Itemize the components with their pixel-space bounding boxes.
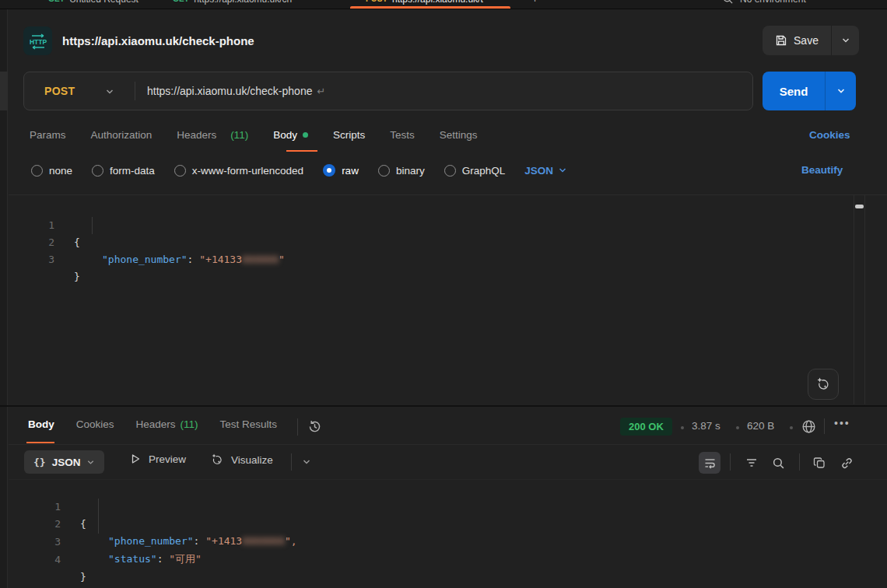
- editor-scrollbar-track: [864, 195, 865, 404]
- body-type-row: none form-data x-www-form-urlencoded raw…: [31, 164, 567, 177]
- postbot-button[interactable]: [808, 369, 839, 400]
- return-glyph: ↵: [317, 86, 325, 97]
- chevron-down-icon: [558, 166, 567, 175]
- radio-icon: [31, 165, 43, 177]
- body-type-urlencoded[interactable]: x-www-form-urlencoded: [174, 165, 303, 177]
- request-tab-1[interactable]: GET Untitled Request: [48, 0, 138, 9]
- radio-icon: [92, 165, 103, 177]
- raw-format-select[interactable]: JSON: [524, 165, 567, 177]
- copy-link-button[interactable]: [836, 452, 857, 474]
- editor-scrollbar-track: [854, 195, 854, 404]
- body-type-graphql[interactable]: GraphQL: [444, 165, 506, 177]
- response-tab-cookies[interactable]: Cookies: [76, 418, 114, 430]
- sparkle-icon: [210, 453, 224, 467]
- active-tab-underline: [350, 6, 510, 9]
- tab-scripts[interactable]: Scripts: [333, 129, 365, 141]
- copy-response-button[interactable]: [808, 452, 830, 474]
- tab-authorization[interactable]: Authorization: [91, 129, 153, 141]
- save-options-caret[interactable]: [831, 26, 859, 55]
- redacted-digits: 888888: [242, 254, 279, 265]
- body-type-raw[interactable]: raw: [323, 164, 359, 177]
- braces-icon: {}: [33, 457, 46, 468]
- radio-icon: [174, 165, 186, 177]
- body-type-binary[interactable]: binary: [378, 165, 425, 177]
- beautify-link[interactable]: Beautify: [801, 164, 843, 176]
- http-request-icon: HTTP: [23, 26, 52, 55]
- visualize-options-caret[interactable]: [302, 457, 311, 467]
- method-selector[interactable]: POST: [44, 85, 75, 97]
- preview-button[interactable]: Preview: [129, 453, 186, 465]
- cookies-link[interactable]: Cookies: [809, 129, 850, 141]
- method-caret[interactable]: [105, 87, 114, 96]
- save-button[interactable]: Save: [763, 26, 831, 55]
- url-bar: POST https://api.xiaomu.uk/check-phone↵: [23, 72, 753, 110]
- wrap-text-button[interactable]: [699, 452, 720, 474]
- active-response-tab-underline: [26, 442, 54, 443]
- code-line: 1 {: [9, 481, 887, 499]
- request-title: https://api.xiaomu.uk/check-phone: [62, 34, 254, 47]
- request-body-editor[interactable]: 1 { 2 "phone_number": "+14133888888" 3 }: [9, 194, 887, 405]
- code-line: 4 }: [9, 534, 887, 551]
- tab-tests[interactable]: Tests: [390, 129, 415, 141]
- dot-separator: [790, 426, 793, 429]
- request-tab-2[interactable]: GET https://api.xiaomu.uk/ch: [173, 0, 292, 9]
- environment-selector[interactable]: No environment: [722, 0, 806, 9]
- tab-body[interactable]: Body: [273, 129, 308, 141]
- more-options-icon[interactable]: •••: [834, 417, 850, 429]
- code-line: 2 "phone_number": "+14133888888": [9, 217, 887, 234]
- postbot-sparkle-icon: [815, 376, 831, 392]
- headers-count: (11): [230, 129, 248, 141]
- collapsed-sidebar-rail[interactable]: [0, 9, 8, 588]
- response-format-dropdown[interactable]: {} JSON: [24, 450, 104, 474]
- new-tab-button[interactable]: +: [532, 0, 538, 9]
- response-headers-count: (11): [181, 418, 198, 430]
- floppy-save-icon: [775, 34, 787, 47]
- body-type-none[interactable]: none: [31, 165, 72, 177]
- body-modified-dot: [303, 132, 308, 138]
- send-button[interactable]: Send: [763, 72, 825, 110]
- active-request-tab-underline: [286, 150, 317, 152]
- filter-lines-icon: [745, 457, 758, 469]
- filter-button[interactable]: [741, 452, 763, 474]
- chevron-down-icon: [86, 458, 95, 467]
- response-tab-headers[interactable]: Headers(11): [136, 418, 198, 430]
- radio-icon: [444, 165, 456, 177]
- sidebar-rail-thumb: [0, 72, 8, 110]
- play-icon: [129, 453, 142, 465]
- chevron-down-icon: [302, 457, 311, 467]
- search-icon: [722, 0, 734, 5]
- send-split-button: Send: [763, 72, 856, 110]
- divider: [730, 453, 731, 471]
- link-icon: [840, 457, 854, 470]
- tab-label: Untitled Request: [69, 0, 138, 5]
- tab-settings[interactable]: Settings: [440, 129, 478, 141]
- method-badge: GET: [48, 0, 65, 3]
- response-tabs-border: [9, 444, 887, 445]
- radio-selected-icon: [323, 164, 335, 177]
- response-size[interactable]: 620 B: [747, 420, 774, 432]
- environment-label: No environment: [740, 0, 806, 5]
- code-line: 2 "phone_number": "+14138888888",: [9, 499, 887, 516]
- divider: [291, 453, 292, 471]
- url-input[interactable]: https://api.xiaomu.uk/check-phone↵: [147, 85, 325, 97]
- search-response-button[interactable]: [767, 452, 789, 474]
- tab-headers[interactable]: Headers (11): [177, 129, 248, 141]
- url-divider: [135, 82, 135, 100]
- send-options-caret[interactable]: [825, 72, 856, 110]
- code-line: 3 "status": "可用": [9, 516, 887, 534]
- network-globe-icon[interactable]: [801, 418, 817, 435]
- dot-separator: [736, 426, 739, 429]
- tab-params[interactable]: Params: [30, 129, 66, 141]
- save-split-button: Save: [763, 26, 859, 55]
- pane-splitter[interactable]: [0, 405, 887, 407]
- response-time[interactable]: 3.87 s: [692, 420, 720, 432]
- visualize-button[interactable]: Visualize: [210, 453, 273, 467]
- response-body-editor[interactable]: 1 { 2 "phone_number": "+14138888888", 3 …: [9, 481, 887, 588]
- body-type-form-data[interactable]: form-data: [92, 165, 155, 177]
- editor-scrollbar-thumb[interactable]: [855, 205, 864, 208]
- response-tab-body[interactable]: Body: [28, 418, 54, 430]
- status-badge[interactable]: 200 OK: [620, 418, 672, 436]
- response-history-icon[interactable]: [307, 418, 323, 435]
- response-tab-test-results[interactable]: Test Results: [220, 418, 278, 430]
- response-tabs: Body Cookies Headers(11) Test Results: [28, 418, 277, 430]
